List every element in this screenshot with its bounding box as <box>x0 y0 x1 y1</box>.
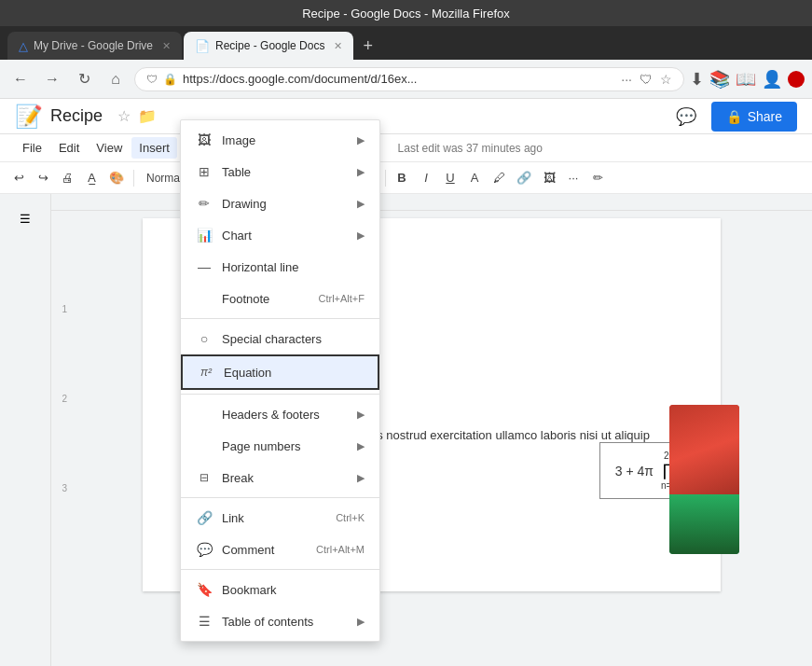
insert-equation-item[interactable]: π² Equation <box>181 354 379 390</box>
footnote-shortcut: Ctrl+Alt+F <box>318 293 365 304</box>
footnote-icon <box>196 290 213 307</box>
insert-page-numbers-item[interactable]: Page numbers ▶ <box>181 430 379 462</box>
headers-arrow: ▶ <box>357 409 365 421</box>
insert-dropdown-menu: 🖼 Image ▶ ⊞ Table ▶ ✏ Drawing ▶ 📊 Chart … <box>180 119 380 642</box>
equation-label: Equation <box>224 366 363 380</box>
divider-menu-3 <box>181 497 379 498</box>
chart-icon: 📊 <box>196 227 213 243</box>
special-chars-icon: ○ <box>196 330 213 347</box>
insert-toc-item[interactable]: ☰ Table of contents ▶ <box>181 605 379 637</box>
image-arrow: ▶ <box>357 134 365 146</box>
bookmark-icon: 🔖 <box>196 581 213 598</box>
equation-icon: π² <box>198 364 214 381</box>
page-numbers-arrow: ▶ <box>357 440 365 452</box>
insert-bookmark-item[interactable]: 🔖 Bookmark <box>181 574 379 605</box>
special-chars-label: Special characters <box>222 332 365 346</box>
page-numbers-icon <box>196 437 213 454</box>
toc-label: Table of contents <box>222 615 348 629</box>
page-numbers-label: Page numbers <box>222 439 348 453</box>
divider-menu-2 <box>181 394 379 395</box>
drawing-arrow: ▶ <box>357 198 365 210</box>
comment-shortcut: Ctrl+Alt+M <box>316 544 365 555</box>
insert-special-chars-item[interactable]: ○ Special characters <box>181 323 379 354</box>
insert-table-item[interactable]: ⊞ Table ▶ <box>181 156 379 187</box>
insert-image-item[interactable]: 🖼 Image ▶ <box>181 124 379 156</box>
insert-drawing-item[interactable]: ✏ Drawing ▶ <box>181 187 379 219</box>
insert-chart-item[interactable]: 📊 Chart ▶ <box>181 219 379 251</box>
insert-horizontal-line-item[interactable]: — Horizontal line <box>181 251 379 283</box>
table-arrow: ▶ <box>357 166 365 178</box>
break-icon: ⊟ <box>196 469 213 486</box>
dropdown-overlay: 🖼 Image ▶ ⊞ Table ▶ ✏ Drawing ▶ 📊 Chart … <box>0 0 812 666</box>
table-label: Table <box>222 165 348 179</box>
headers-label: Headers & footers <box>222 408 348 422</box>
bookmark-label: Bookmark <box>222 583 365 597</box>
toc-arrow: ▶ <box>357 616 365 628</box>
insert-comment-item[interactable]: 💬 Comment Ctrl+Alt+M <box>181 534 379 565</box>
insert-link-item[interactable]: 🔗 Link Ctrl+K <box>181 502 379 534</box>
link-menu-icon: 🔗 <box>196 509 213 526</box>
image-icon: 🖼 <box>196 132 213 148</box>
headers-icon <box>196 406 213 423</box>
toc-icon: ☰ <box>196 613 213 630</box>
drawing-label: Drawing <box>222 197 348 211</box>
link-shortcut: Ctrl+K <box>336 512 365 523</box>
table-icon: ⊞ <box>196 163 213 180</box>
image-label: Image <box>222 133 348 147</box>
footnote-label: Footnote <box>222 292 309 306</box>
comment-label: Comment <box>222 543 307 557</box>
divider-menu-4 <box>181 569 379 570</box>
drawing-icon: ✏ <box>196 195 213 212</box>
break-arrow: ▶ <box>357 472 365 484</box>
chart-arrow: ▶ <box>357 229 365 242</box>
divider-menu <box>181 318 379 319</box>
chart-label: Chart <box>222 229 348 243</box>
link-label: Link <box>222 511 326 525</box>
comment-menu-icon: 💬 <box>196 541 213 558</box>
break-label: Break <box>222 471 348 485</box>
insert-headers-item[interactable]: Headers & footers ▶ <box>181 398 379 430</box>
horizontal-line-icon: — <box>196 258 213 275</box>
horizontal-line-label: Horizontal line <box>222 260 365 274</box>
insert-footnote-item[interactable]: Footnote Ctrl+Alt+F <box>181 283 379 314</box>
insert-break-item[interactable]: ⊟ Break ▶ <box>181 462 379 493</box>
